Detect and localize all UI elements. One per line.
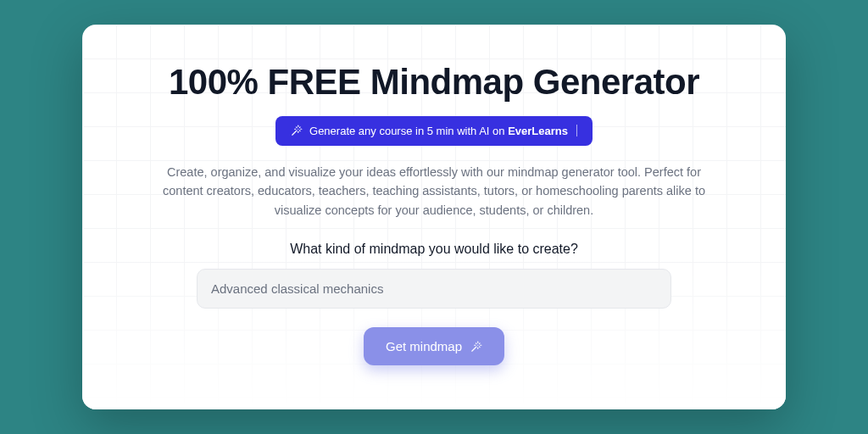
promo-brand: EverLearns: [508, 125, 568, 137]
card-content: 100% FREE Mindmap Generator Generate any…: [123, 62, 745, 365]
input-label: What kind of mindmap you would like to c…: [290, 242, 578, 257]
page-title: 100% FREE Mindmap Generator: [169, 62, 699, 103]
cta-label: Get mindmap: [386, 339, 462, 353]
magic-wand-icon: [470, 341, 482, 353]
magic-wand-icon: [291, 125, 303, 136]
cursor-indicator: [576, 125, 577, 136]
promo-prefix: Generate any course in 5 min with AI on: [309, 125, 508, 137]
input-container: [197, 269, 671, 309]
main-card: 100% FREE Mindmap Generator Generate any…: [82, 25, 786, 409]
description-text: Create, organize, and visualize your ide…: [154, 163, 714, 220]
promo-text: Generate any course in 5 min with AI on …: [309, 125, 568, 137]
promo-button[interactable]: Generate any course in 5 min with AI on …: [275, 116, 593, 146]
get-mindmap-button[interactable]: Get mindmap: [364, 327, 504, 365]
mindmap-topic-input[interactable]: [197, 269, 671, 309]
